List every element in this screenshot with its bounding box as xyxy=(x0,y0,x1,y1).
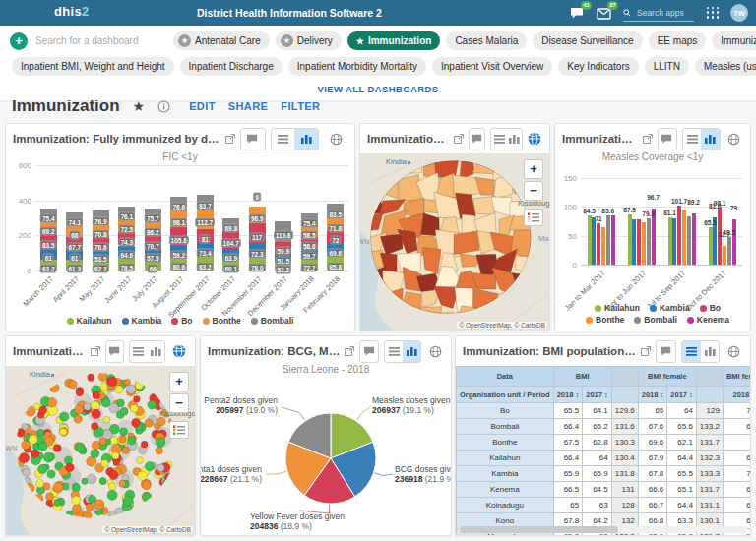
dashboard-chip-immunization[interactable]: ★Immunization xyxy=(347,31,441,50)
table-group-header[interactable]: Data xyxy=(457,367,554,387)
chart-chat-button[interactable] xyxy=(105,340,125,363)
legend-item-bo[interactable]: Bo xyxy=(700,303,721,313)
bar-label: 76.1 xyxy=(118,212,135,221)
chart-chat-button[interactable] xyxy=(469,128,485,150)
apps-search[interactable] xyxy=(623,4,694,22)
dashboard-chip-antenatal-care[interactable]: ★Antenatal Care xyxy=(173,31,270,50)
table-sort-header[interactable]: 2018 ↕ xyxy=(553,387,583,403)
view-as-map-button[interactable] xyxy=(170,341,188,362)
open-in-app-icon[interactable] xyxy=(641,342,651,360)
dashboard-chip-delivery[interactable]: ★Delivery xyxy=(276,31,342,50)
table-group-header[interactable]: BMI xyxy=(553,367,611,387)
legend-item-bombali[interactable]: Bombali xyxy=(634,315,677,325)
table-sort-header[interactable]: 2017 ↕ xyxy=(583,387,612,403)
view-as-chart-button[interactable] xyxy=(294,129,318,150)
messages-icon[interactable]: 41 xyxy=(570,6,586,20)
view-as-chart-button[interactable] xyxy=(507,129,522,150)
view-all-dashboards-link[interactable]: VIEW ALL DASHBOARDS xyxy=(0,83,756,100)
view-as-map-button[interactable] xyxy=(324,129,347,150)
share-button[interactable]: SHARE xyxy=(228,100,269,112)
table-sort-header[interactable] xyxy=(696,387,723,403)
view-as-chart-button[interactable] xyxy=(148,341,165,362)
legend-item-kailahun[interactable]: Kailahun xyxy=(67,316,112,326)
table-group-header[interactable] xyxy=(611,367,638,387)
favorite-star-icon[interactable]: ★ xyxy=(133,98,146,114)
info-icon[interactable] xyxy=(158,100,170,113)
edit-button[interactable]: EDIT xyxy=(189,100,216,112)
map-zoom-in-button[interactable]: + xyxy=(524,159,543,179)
map-zoom-out-button[interactable]: − xyxy=(169,393,189,413)
avatar[interactable]: TW xyxy=(730,4,748,22)
card-title: Immunization: BMI population sample b... xyxy=(463,345,636,357)
open-in-app-icon[interactable] xyxy=(345,342,354,360)
map-zoom-in-button[interactable]: + xyxy=(169,372,189,391)
chart-chat-button[interactable] xyxy=(359,340,379,363)
dashboard-chip-inpatient-discharge[interactable]: Inpatient Discharge xyxy=(180,57,283,76)
table-scrollbar[interactable] xyxy=(459,526,747,533)
bar-label: 76.6 xyxy=(170,203,187,211)
inbox-icon[interactable]: 27 xyxy=(597,6,612,20)
open-in-app-icon[interactable] xyxy=(91,342,100,360)
dashboard-chip-inpatient-bmi-weight-and-height[interactable]: Inpatient BMI, Weight and Height xyxy=(12,57,174,76)
table-sort-header[interactable]: Organisation unit / Period xyxy=(457,387,554,403)
view-as-table-button[interactable] xyxy=(683,129,701,150)
filter-button[interactable]: FILTER xyxy=(281,100,320,112)
dashboard-chip-disease-surveillance[interactable]: Disease Surveillance xyxy=(533,31,642,50)
penta3-map[interactable]: Kindia FREETOWN Kissidougou Mamou + − © … xyxy=(360,153,549,331)
view-as-map-button[interactable] xyxy=(725,129,743,150)
table-sort-header[interactable] xyxy=(611,387,638,403)
open-in-app-icon[interactable] xyxy=(454,130,464,148)
legend-item-bo[interactable]: Bo xyxy=(171,316,192,326)
view-as-table-button[interactable] xyxy=(130,341,148,362)
open-in-app-icon[interactable] xyxy=(225,130,235,148)
map-zoom-out-button[interactable]: − xyxy=(524,181,543,201)
measles-dot-map[interactable]: Kindia FREETOWN Kissidougou + − © OpenSt… xyxy=(6,366,195,535)
map-legend-button[interactable] xyxy=(524,209,543,226)
dashboard-chip-cases-malaria[interactable]: Cases Malaria xyxy=(446,31,527,50)
view-as-map-button[interactable] xyxy=(724,341,743,362)
open-in-app-icon[interactable] xyxy=(643,130,653,148)
dashboard-search-input[interactable] xyxy=(33,34,167,47)
apps-grid-icon[interactable] xyxy=(707,7,720,20)
table-sort-header[interactable]: 2018 ↕ xyxy=(638,387,667,403)
view-as-table-button[interactable] xyxy=(682,341,701,362)
table-sort-header[interactable]: 2018 ↕ xyxy=(723,387,750,403)
view-as-chart-button[interactable] xyxy=(701,341,720,362)
dashboard-chip-key-indicators[interactable]: Key Indicators xyxy=(558,57,638,76)
dashboard-chip-llitn[interactable]: LLITN xyxy=(645,57,689,76)
view-as-map-button[interactable] xyxy=(528,129,542,150)
view-as-map-button[interactable] xyxy=(426,341,444,362)
legend-item-kenema[interactable]: Kenema xyxy=(687,315,729,325)
legend-item-bonthe[interactable]: Bonthe xyxy=(203,316,241,326)
dhis2-logo[interactable]: dhis2 xyxy=(54,4,89,19)
legend-item-bombali[interactable]: Bombali xyxy=(251,316,294,326)
pie-label: Measles doses given206937 (19.1 %) xyxy=(372,395,450,415)
legend-item-kailahun[interactable]: Kailahun xyxy=(595,303,640,313)
chart-chat-button[interactable] xyxy=(656,340,676,363)
dashboard-chip-ee-maps[interactable]: EE maps xyxy=(649,31,707,50)
view-as-chart-button[interactable] xyxy=(701,129,719,150)
view-as-chart-button[interactable] xyxy=(403,341,420,362)
legend-item-kambia[interactable]: Kambia xyxy=(122,316,162,326)
table-group-header[interactable]: BMI female xyxy=(638,367,696,387)
dashboard-chip-inpatient-morbidity-mortality[interactable]: Inpatient Morbidity Mortality xyxy=(288,57,426,76)
chart-chat-button[interactable] xyxy=(240,128,266,150)
legend-item-kambia[interactable]: Kambia xyxy=(650,303,690,313)
card-measles-map: Immunization: M... Kindia FREETOWN Kissi… xyxy=(5,335,196,536)
new-dashboard-button[interactable]: + xyxy=(10,32,28,50)
table-sort-header[interactable]: 2017 ↕ xyxy=(667,387,697,403)
table-group-header[interactable]: BMI female under 5 y xyxy=(723,367,750,387)
view-as-table-button[interactable] xyxy=(385,341,403,362)
view-as-table-button[interactable] xyxy=(272,129,295,150)
dashboard-chip-immunization-data[interactable]: Immunization data xyxy=(712,31,756,50)
bmi-table-wrap: DataBMIBMI femaleBMI female under 5 yOrg… xyxy=(456,366,750,535)
table-scrollbar-thumb[interactable] xyxy=(460,526,618,533)
dashboard-chip-inpatient-visit-overview[interactable]: Inpatient Visit Overview xyxy=(432,57,552,76)
map-legend-button[interactable] xyxy=(169,421,189,439)
legend-item-bonthe[interactable]: Bonthe xyxy=(586,315,624,325)
view-as-table-button[interactable] xyxy=(491,129,506,150)
chart-chat-button[interactable] xyxy=(658,128,677,150)
dashboard-chip-measles-user-org-unit-[interactable]: Measles (user org unit) xyxy=(695,57,756,76)
apps-search-input[interactable] xyxy=(635,7,694,19)
table-group-header[interactable] xyxy=(696,367,723,387)
